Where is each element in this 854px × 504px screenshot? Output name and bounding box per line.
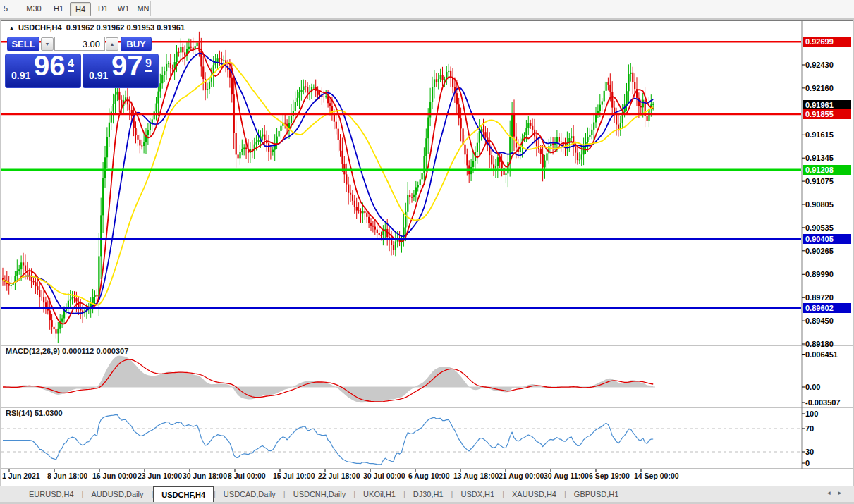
candle-body: [434, 79, 435, 87]
candle-body: [279, 131, 280, 137]
candle-body: [338, 129, 339, 140]
candle-body: [305, 87, 306, 87]
price-axis-value: 0.91075: [805, 177, 852, 186]
ma-fast-line: [3, 49, 653, 324]
candle-body: [43, 297, 44, 302]
candle-body: [172, 68, 173, 69]
tab-xauusd-h4[interactable]: XAUUSD,H4: [504, 486, 564, 502]
tab-gbpusd-h1[interactable]: GBPUSD,H1: [566, 486, 627, 502]
buy-price-box[interactable]: 0.91 97 9: [83, 54, 159, 88]
macd-axis-value: 0.00: [805, 383, 852, 392]
candle-body: [223, 60, 224, 61]
timeframe-button-h4[interactable]: H4: [70, 2, 91, 16]
candle-body: [366, 213, 367, 217]
rsi-axis-value: 100: [805, 410, 852, 419]
tab-usdcnh-daily[interactable]: USDCNH,Daily: [286, 486, 354, 502]
macd-axis-value: -0.003507: [805, 398, 852, 407]
candle-body: [611, 92, 613, 108]
tab-usdx-h1[interactable]: USDX,H1: [453, 486, 502, 502]
candle-body: [420, 179, 421, 185]
candle-body: [143, 142, 145, 146]
candle-body: [116, 92, 118, 95]
tab-audusd-daily[interactable]: AUDUSD,Daily: [83, 486, 151, 502]
tab-ukoil-h1[interactable]: UKOil,H1: [355, 486, 403, 502]
candle-body: [150, 123, 151, 130]
time-axis-value: 6 Sep 19:00: [589, 472, 630, 480]
candle-body: [313, 87, 315, 87]
candle-body: [241, 149, 243, 152]
candle-body: [481, 129, 482, 131]
candle-body: [178, 52, 179, 53]
candle-body: [8, 284, 10, 285]
timeframe-button-clipped[interactable]: 5: [1, 2, 11, 15]
candle-body: [54, 327, 55, 329]
tab-scroll-right-icon[interactable]: ►: [837, 490, 848, 496]
candle-body: [509, 137, 511, 162]
candle-body: [35, 282, 36, 286]
price-axis-value: 0.91345: [805, 154, 852, 163]
candle-body: [317, 91, 319, 95]
price-axis-value: 0.92160: [805, 84, 852, 93]
candle-body: [168, 63, 169, 64]
toolbar-dock-line: [157, 6, 851, 6]
candle-body: [466, 154, 468, 165]
timeframe-button-h1[interactable]: H1: [49, 2, 68, 15]
tab-scroll-left-icon[interactable]: ◄: [826, 490, 837, 496]
candle-body: [589, 135, 590, 137]
candle-body: [188, 47, 190, 49]
sell-price-box[interactable]: 0.91 96 4: [5, 54, 81, 88]
candle-body: [409, 195, 410, 197]
candle-body: [381, 235, 382, 236]
candle-body: [458, 104, 460, 118]
candle-body: [111, 111, 112, 122]
candle-body: [546, 153, 547, 160]
candle-body: [413, 195, 415, 197]
chart-symbol-period: USDCHF,H4: [18, 23, 62, 32]
volume-input[interactable]: [54, 37, 105, 51]
candle-body: [456, 93, 458, 104]
price-level-badge: 0.92699: [803, 37, 851, 47]
sell-button[interactable]: SELL: [7, 37, 39, 51]
candle-body: [198, 42, 200, 51]
chart-title-bar[interactable]: ▲USDCHF,H4 0.91962 0.91962 0.91953 0.919…: [8, 23, 185, 32]
time-axis-value: 23 Jun 10:00: [138, 472, 182, 480]
candle-body: [527, 123, 529, 128]
candle-body: [511, 114, 513, 137]
candle-body: [115, 94, 116, 104]
timeframe-button-m30[interactable]: M30: [23, 2, 44, 15]
timeframe-button-w1[interactable]: W1: [114, 2, 133, 15]
candle-body: [63, 311, 65, 319]
buy-button[interactable]: BUY: [121, 37, 152, 51]
candle-body: [634, 82, 635, 89]
candle-body: [72, 297, 73, 300]
candle-body: [23, 262, 24, 265]
candle-body: [131, 110, 133, 116]
collapse-icon[interactable]: ▲: [8, 25, 15, 32]
volume-decrease-button[interactable]: ▼: [41, 37, 54, 51]
sell-price-pip: 4: [68, 57, 74, 72]
candle-body: [532, 126, 533, 130]
tab-usdcad-daily[interactable]: USDCAD,Daily: [216, 486, 283, 502]
candle-body: [505, 173, 506, 175]
candle-body: [137, 135, 138, 140]
candle-body: [25, 266, 26, 271]
candle-body: [295, 102, 296, 111]
candle-body: [411, 197, 413, 198]
candle-body: [270, 152, 272, 152]
candle-body: [484, 132, 486, 137]
candle-body: [472, 161, 474, 167]
candle-body: [352, 195, 353, 201]
time-axis-value: 30 Jun 18:00: [183, 472, 227, 480]
timeframe-button-d1[interactable]: D1: [94, 2, 112, 15]
tab-dj30-h1[interactable]: DJ30,H1: [405, 486, 451, 502]
candle-body: [190, 47, 192, 48]
candle-body: [460, 118, 462, 128]
candle-body: [609, 85, 611, 92]
candle-body: [291, 116, 292, 123]
price-level-badge: 0.91208: [803, 165, 851, 175]
tab-usdchf-h4[interactable]: USDCHF,H4: [153, 486, 214, 502]
volume-increase-button[interactable]: ▲: [106, 37, 118, 51]
candle-body: [552, 143, 554, 145]
tab-eurusd-h4[interactable]: EURUSD,H4: [21, 486, 82, 502]
price-axis-value: 0.90535: [805, 223, 852, 233]
